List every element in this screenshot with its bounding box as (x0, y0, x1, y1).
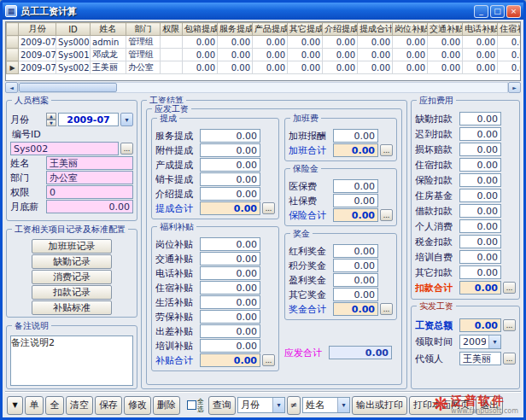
print-page-button[interactable]: 打印本面网页 (409, 396, 474, 415)
grid-column-header[interactable]: 介绍提成 (323, 23, 358, 36)
field-value[interactable] (459, 112, 501, 125)
field-value[interactable] (200, 201, 260, 215)
field-value[interactable] (200, 129, 260, 143)
delete-button[interactable]: 删除 (153, 396, 180, 415)
field-value[interactable] (200, 281, 260, 295)
ellipsis-button[interactable]: ... (262, 354, 275, 366)
field-value[interactable] (459, 219, 501, 233)
grid-cell[interactable]: 管理组 (126, 49, 161, 61)
field-value[interactable] (200, 172, 260, 186)
grid-cell[interactable]: 0.00 (498, 49, 522, 61)
grid-cell[interactable]: 王美丽 (91, 61, 126, 74)
grid-cell[interactable]: 0.00 (183, 61, 218, 74)
grid-cell[interactable]: 0.00 (358, 36, 393, 49)
field-value[interactable] (459, 143, 501, 156)
dropdown-arrow-icon[interactable]: ▾ (272, 398, 284, 412)
grid-cell[interactable]: 0.00 (358, 61, 393, 74)
month-spinner[interactable]: ▲ ▼ (46, 113, 56, 126)
grid-column-header[interactable]: 部门 (126, 23, 161, 36)
grid-cell[interactable]: 0.00 (428, 61, 463, 74)
operator-button[interactable]: ≠ (287, 396, 301, 415)
name-field[interactable] (46, 156, 133, 170)
remarks-textarea[interactable] (10, 335, 133, 386)
grid-cell[interactable]: 0.00 (288, 61, 323, 74)
receive-time-field[interactable] (460, 335, 488, 348)
receive-time-combo[interactable]: ▾ (459, 335, 501, 349)
dropdown-menu-button[interactable]: ▼ (7, 396, 23, 415)
field-value[interactable] (459, 265, 501, 279)
grid-column-header[interactable]: 服务提成 (218, 23, 253, 36)
record-button[interactable]: 缺勤记录 (32, 254, 112, 269)
field-value[interactable] (200, 237, 260, 251)
grid-cell[interactable]: 0.00 (463, 49, 498, 61)
field-value[interactable] (459, 189, 501, 202)
ellipsis-button[interactable]: ... (503, 282, 516, 294)
select-all-control[interactable]: 全选 (187, 398, 207, 413)
maximize-button[interactable]: □ (490, 5, 505, 18)
save-button[interactable]: 保存 (95, 396, 122, 415)
grid-column-header[interactable]: 岗位补贴 (393, 23, 428, 36)
grid-column-header[interactable]: 交通补贴 (428, 23, 463, 36)
modify-button[interactable]: 修改 (124, 396, 151, 415)
field-value[interactable] (459, 281, 501, 295)
field-value[interactable] (200, 295, 260, 309)
grid-cell[interactable]: 0.00 (498, 61, 522, 74)
dropdown-arrow-icon[interactable]: ▾ (337, 398, 349, 412)
grid-cell[interactable] (161, 36, 183, 49)
scroll-right-button[interactable]: ► (508, 82, 521, 93)
grid-cell[interactable]: 0.00 (428, 36, 463, 49)
grid-cell[interactable]: admin (91, 36, 126, 49)
grid-column-header[interactable]: 提成合计 (358, 23, 393, 36)
base-salary-field[interactable] (46, 200, 133, 213)
field-value[interactable] (200, 252, 260, 265)
ellipsis-button[interactable]: ... (380, 303, 393, 315)
agent-field[interactable] (459, 352, 501, 365)
spin-up-icon[interactable]: ▲ (46, 113, 56, 120)
grid-cell[interactable]: 0.00 (323, 36, 358, 49)
minimize-button[interactable]: _ (474, 5, 488, 18)
grid-cell[interactable]: 0.00 (463, 36, 498, 49)
grid-cell[interactable]: 0.00 (463, 61, 498, 74)
dropdown-arrow-icon[interactable]: ▾ (488, 335, 500, 348)
all-button[interactable]: 全 (45, 396, 64, 415)
ellipsis-button[interactable]: ... (503, 353, 516, 365)
field-value[interactable] (200, 143, 260, 157)
grid-cell[interactable]: 2009-07 (19, 36, 56, 49)
grid-cell[interactable]: 0.00 (218, 49, 253, 61)
field-value[interactable] (200, 353, 260, 367)
field-value[interactable] (333, 244, 378, 258)
name-filter-combo[interactable]: 姓名 ▾ (302, 397, 350, 413)
grid-cell[interactable]: 0.00 (253, 36, 288, 49)
grid-cell[interactable]: 0.00 (183, 49, 218, 61)
single-button[interactable]: 单 (25, 396, 44, 415)
field-value[interactable] (333, 194, 378, 207)
spin-down-icon[interactable]: ▼ (46, 120, 56, 126)
department-field[interactable] (46, 171, 133, 184)
record-button[interactable]: 扣款记录 (32, 285, 112, 300)
month-field[interactable] (58, 113, 119, 126)
exit-button[interactable]: 退出 (476, 396, 503, 415)
field-value[interactable] (459, 127, 501, 141)
field-value[interactable] (459, 250, 501, 264)
month-dropdown-button[interactable]: ▾ (120, 113, 133, 126)
field-value[interactable] (200, 310, 260, 324)
grid-cell[interactable]: 0.00 (218, 36, 253, 49)
close-button[interactable]: × (506, 5, 521, 18)
ellipsis-button[interactable]: ... (120, 143, 133, 155)
ellipsis-button[interactable]: ... (380, 144, 393, 156)
grid-column-header[interactable]: ID (56, 23, 91, 36)
grid-cell[interactable]: 0.00 (253, 49, 288, 61)
grid-cell[interactable]: Sys001 (56, 49, 91, 61)
grid-cell[interactable]: 2009-07 (19, 49, 56, 61)
grid-cell[interactable]: 0.00 (393, 49, 428, 61)
grid-cell[interactable]: 0.00 (288, 36, 323, 49)
field-value[interactable] (333, 129, 378, 143)
payable-total-field[interactable] (329, 346, 392, 359)
ellipsis-button[interactable]: ... (262, 202, 275, 214)
grid-cell[interactable]: 0.00 (288, 49, 323, 61)
field-value[interactable] (200, 158, 260, 172)
grid-cell[interactable]: 0.00 (323, 61, 358, 74)
grid-horizontal-scrollbar[interactable]: ◄ ► (5, 82, 521, 93)
grid-cell[interactable] (161, 49, 183, 61)
field-value[interactable] (200, 339, 260, 353)
